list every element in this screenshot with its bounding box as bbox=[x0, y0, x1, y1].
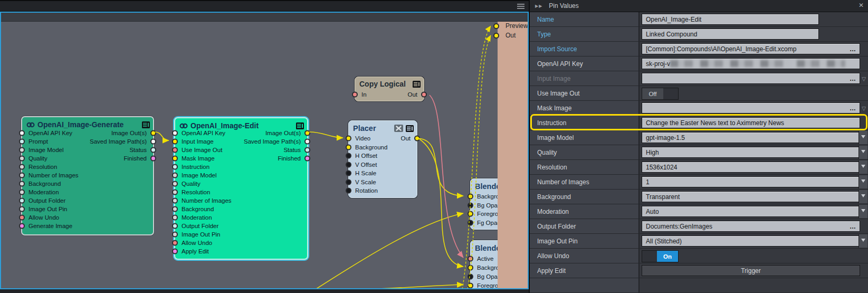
use-image-out-toggle[interactable]: Off bbox=[642, 88, 679, 100]
pin-moderation[interactable]: Moderation bbox=[175, 213, 307, 222]
pin-generate-image[interactable]: Generate Image bbox=[22, 222, 153, 230]
node-openai-image-generate[interactable]: OpenAI_Image-Generate OpenAI API KeyProm… bbox=[21, 116, 154, 235]
moderation-dropdown-button[interactable] bbox=[859, 205, 867, 218]
pin-dot-backgro[interactable] bbox=[468, 264, 473, 270]
pin-dot-v-offset[interactable] bbox=[346, 162, 351, 167]
expand-arrows-icon[interactable]: ▶▶ bbox=[535, 4, 542, 8]
pin-dot-resolution[interactable] bbox=[172, 190, 178, 195]
mask-image-field[interactable]: … bbox=[642, 102, 860, 114]
panel-header[interactable]: ▶▶ Pin Values ✕ bbox=[530, 0, 868, 12]
pin-dot-background[interactable] bbox=[19, 181, 25, 187]
node-menu-icon[interactable] bbox=[142, 121, 150, 128]
hamburger-menu-icon[interactable] bbox=[517, 4, 524, 10]
apply-edit-trigger-button[interactable]: Trigger bbox=[642, 265, 860, 276]
pin-v-scale[interactable]: V Scale bbox=[349, 178, 417, 187]
pin-finished[interactable]: Finished bbox=[244, 154, 307, 163]
number-of-images-field[interactable]: 1 bbox=[642, 176, 860, 187]
type-field[interactable]: Linked Compound bbox=[642, 29, 819, 40]
pin-dot-in[interactable] bbox=[352, 91, 358, 97]
pin-v-offset[interactable]: V Offset bbox=[349, 160, 417, 169]
pin-dot-foregro[interactable] bbox=[468, 211, 473, 217]
pin-dot-allow-undo[interactable] bbox=[172, 240, 178, 246]
pin-dot-image-out-pin[interactable] bbox=[172, 232, 178, 238]
image-model-field[interactable]: gpt-image-1.5 bbox=[642, 132, 860, 143]
pin-dot-h-scale[interactable] bbox=[346, 171, 351, 176]
node-editor-canvas[interactable]: OpenAI_Image-Generate OpenAI API KeyProm… bbox=[0, 13, 529, 289]
pin-dot-moderation[interactable] bbox=[19, 190, 25, 195]
pin-status[interactable]: Status bbox=[244, 146, 307, 154]
pin-allow-undo[interactable]: Allow Undo bbox=[22, 213, 153, 222]
pin-dot-input-image[interactable] bbox=[172, 139, 178, 145]
pin-apply-edit[interactable]: Apply Edit bbox=[175, 247, 307, 256]
pin-resolution[interactable]: Resolution bbox=[175, 188, 307, 196]
pin-dot-status[interactable] bbox=[304, 147, 310, 153]
resolution-dropdown-button[interactable] bbox=[859, 160, 867, 174]
pin-dot-saved-image-path-s[interactable] bbox=[150, 139, 156, 145]
number-of-images-dropdown-button[interactable] bbox=[859, 175, 867, 188]
pin-image-out-s[interactable]: Image Out(s) bbox=[244, 129, 307, 137]
pin-dot-bg-opac[interactable] bbox=[468, 273, 473, 279]
pin-dot-openai-api-key[interactable] bbox=[19, 130, 25, 136]
pin-dot-number-of-images[interactable] bbox=[172, 198, 178, 204]
import-source-browse-button[interactable]: … bbox=[850, 45, 856, 53]
pin-dot-foregro[interactable] bbox=[468, 282, 473, 288]
node-placer[interactable]: Placer VideoBackgroundH OffsetV OffsetH … bbox=[348, 120, 417, 198]
node-menu-icon[interactable] bbox=[413, 81, 421, 88]
pin-dot-quality[interactable] bbox=[172, 181, 178, 187]
pin-moderation[interactable]: Moderation bbox=[22, 188, 153, 196]
pin-dot-image-out-s[interactable] bbox=[304, 130, 310, 136]
pin-image-out-pin[interactable]: Image Out Pin bbox=[175, 230, 307, 239]
close-icon[interactable] bbox=[394, 125, 403, 132]
pin-saved-image-path-s[interactable]: Saved Image Path(s) bbox=[90, 137, 153, 146]
pin-background[interactable]: Background bbox=[349, 143, 417, 152]
pin-image-model[interactable]: Image Model bbox=[175, 171, 307, 179]
pin-saved-image-path-s[interactable]: Saved Image Path(s) bbox=[244, 137, 307, 146]
pin-dot-finished[interactable] bbox=[304, 156, 310, 162]
pin-dot-allow-undo[interactable] bbox=[19, 215, 25, 221]
preview-output-pin[interactable] bbox=[493, 23, 499, 29]
pin-quality[interactable]: Quality bbox=[175, 179, 307, 188]
pin-dot-image-out-s[interactable] bbox=[150, 130, 156, 136]
pin-dot-bg-opac[interactable] bbox=[468, 202, 473, 208]
panel-close-icon[interactable]: ✕ bbox=[859, 2, 864, 9]
pin-rotation[interactable]: Rotation bbox=[349, 186, 417, 195]
pin-dot-mask-image[interactable] bbox=[172, 156, 178, 162]
mask-image-dropdown-icon[interactable]: ▽ bbox=[862, 105, 866, 111]
pin-dot-v-scale[interactable] bbox=[346, 179, 351, 185]
pin-out[interactable]: Out bbox=[400, 134, 417, 143]
output-folder-field[interactable]: Documents:GenImages… bbox=[642, 221, 860, 232]
pin-dot-active[interactable] bbox=[468, 256, 473, 261]
pin-output-folder[interactable]: Output Folder bbox=[175, 222, 307, 230]
pin-dot-rotation[interactable] bbox=[346, 188, 351, 194]
input-image-field[interactable]: … bbox=[642, 73, 860, 84]
pin-dot-out[interactable] bbox=[421, 91, 427, 97]
pin-allow-undo[interactable]: Allow Undo bbox=[175, 239, 307, 247]
pin-dot-backgro[interactable] bbox=[468, 194, 473, 200]
pin-status[interactable]: Status bbox=[90, 146, 153, 154]
pin-h-offset[interactable]: H Offset bbox=[349, 152, 417, 160]
pin-dot-video[interactable] bbox=[346, 136, 351, 141]
pin-dot-output-folder[interactable] bbox=[19, 198, 25, 204]
pin-dot-moderation[interactable] bbox=[172, 215, 178, 221]
pin-finished[interactable]: Finished bbox=[90, 154, 153, 163]
image-model-dropdown-button[interactable] bbox=[859, 131, 867, 144]
pin-number-of-images[interactable]: Number of Images bbox=[175, 196, 307, 205]
pin-dot-h-offset[interactable] bbox=[346, 153, 351, 159]
moderation-field[interactable]: Auto bbox=[642, 206, 860, 217]
pin-dot-prompt[interactable] bbox=[19, 139, 25, 145]
image-out-pin-field[interactable]: All (Stitched) bbox=[642, 235, 860, 247]
pin-dot-instruction[interactable] bbox=[172, 164, 178, 170]
node-menu-icon[interactable] bbox=[406, 125, 414, 132]
name-field[interactable]: OpenAI_Image-Edit bbox=[642, 14, 819, 25]
pin-dot-output-folder[interactable] bbox=[172, 223, 178, 229]
pin-dot-image-model[interactable] bbox=[172, 173, 178, 178]
pin-dot-apply-edit[interactable] bbox=[172, 249, 178, 254]
pin-image-out-s[interactable]: Image Out(s) bbox=[90, 129, 153, 137]
pin-dot-fg-opac[interactable] bbox=[468, 220, 473, 226]
pin-out[interactable]: Out bbox=[407, 90, 424, 99]
pin-background[interactable]: Background bbox=[175, 205, 307, 213]
pin-image-out-pin[interactable]: Image Out Pin bbox=[22, 205, 153, 213]
openai-api-key-field[interactable]: sk-proj-v bbox=[642, 58, 860, 69]
background-dropdown-button[interactable] bbox=[859, 190, 867, 203]
image-out-pin-dropdown-button[interactable] bbox=[859, 234, 867, 248]
